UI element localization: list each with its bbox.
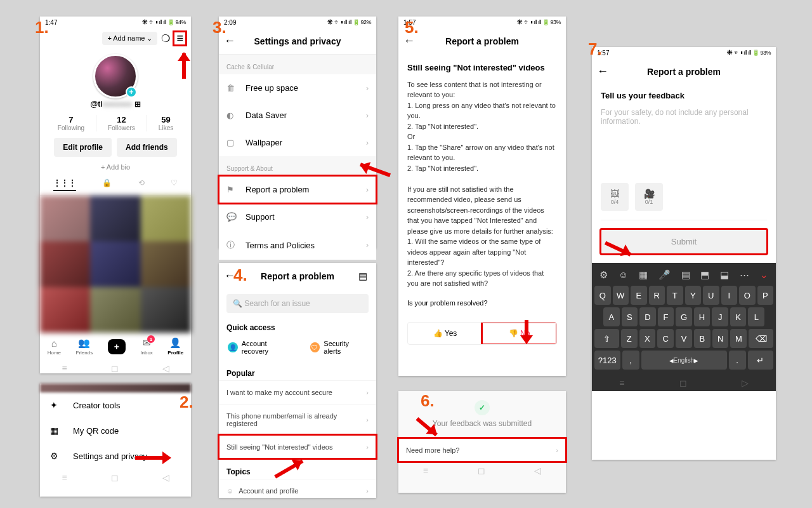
key-q[interactable]: Q [594, 286, 611, 305]
key-k[interactable]: K [730, 307, 747, 326]
step-6-label: 6. [421, 391, 435, 411]
resolved-yes-button[interactable]: 👍 Yes [408, 323, 482, 344]
row-data-saver[interactable]: ◐Data Saver› [219, 102, 376, 129]
nav-home-icon[interactable]: ◻ [111, 363, 119, 373]
tab-friends[interactable]: 👥Friends [76, 337, 93, 356]
topic-account[interactable]: ☺Account and profile› [219, 479, 376, 502]
history-icon[interactable]: ▤ [358, 271, 371, 282]
key-l[interactable]: L [748, 307, 764, 326]
kbd-toolbar: ⚙☺▦🎤▤⬒⬓⋯⌄ [594, 267, 773, 286]
key-comma[interactable]: , [622, 351, 639, 370]
video-grid[interactable] [40, 196, 191, 333]
row-free-up-space[interactable]: 🗑Free up space› [219, 74, 376, 102]
key-i[interactable]: I [721, 286, 738, 305]
tab-reposts-icon[interactable]: ⟲ [138, 178, 145, 191]
key-b[interactable]: B [694, 329, 710, 348]
row-terms[interactable]: ⓘTerms and Policies› [219, 231, 376, 260]
kbd-tool-icon[interactable]: ⋯ [740, 269, 749, 281]
key-j[interactable]: J [712, 307, 728, 326]
tab-posts-icon[interactable]: ⋮⋮⋮ [53, 178, 76, 191]
kbd-close-icon[interactable]: ⌄ [760, 269, 768, 281]
feedback-textarea[interactable]: For your safety, do not include any pers… [592, 103, 776, 183]
row-wallpaper[interactable]: ▢Wallpaper› [219, 129, 376, 156]
add-friends-button[interactable]: Add friends [117, 138, 177, 157]
kbd-tool-icon[interactable]: ▤ [681, 269, 690, 281]
key-c[interactable]: C [657, 329, 674, 348]
avatar[interactable]: + [93, 54, 138, 98]
kbd-tool-icon[interactable]: 🎤 [658, 269, 671, 281]
key-y[interactable]: Y [685, 286, 702, 305]
attach-image-button[interactable]: 🖼0/4 [601, 183, 629, 211]
tab-inbox[interactable]: ✉Inbox1 [140, 337, 153, 356]
key-s[interactable]: S [622, 307, 638, 326]
key-t[interactable]: T [667, 286, 683, 305]
recovery-icon: 👤 [228, 342, 238, 352]
key-enter[interactable]: ↵ [748, 351, 774, 370]
add-bio-button[interactable]: + Add bio [40, 159, 191, 175]
tab-liked-icon[interactable]: ♡ [171, 178, 178, 191]
key-m[interactable]: M [730, 329, 747, 348]
key-⇧[interactable]: ⇧ [594, 329, 619, 348]
row-support[interactable]: 💬Support› [219, 203, 376, 231]
keyboard: ⚙☺▦🎤▤⬒⬓⋯⌄ QWERTYUIOP ASDFGHJKL ⇧ZXCVBNM⌫… [592, 263, 776, 375]
android-nav: ≡◻◁ [592, 375, 776, 391]
need-more-help-row[interactable]: Need more help?› [398, 438, 566, 462]
tab-create[interactable]: + [108, 342, 126, 352]
add-name-pill[interactable]: + Add name ⌄ [102, 32, 157, 45]
info-icon: ⓘ [226, 239, 238, 251]
key-d[interactable]: D [639, 307, 656, 326]
label-popular: Popular [219, 363, 376, 380]
search-input[interactable]: 🔍 Search for an issue [226, 294, 369, 313]
key-r[interactable]: R [649, 286, 665, 305]
edit-profile-button[interactable]: Edit profile [54, 138, 112, 157]
key-o[interactable]: O [739, 286, 756, 305]
hamburger-menu-icon[interactable]: ≡ [174, 32, 186, 45]
menu-creator-tools[interactable]: ✦Creator tools [40, 392, 191, 418]
qa-security-alerts[interactable]: 🛡Security alerts [310, 340, 367, 355]
key-f[interactable]: F [658, 307, 674, 326]
key-n[interactable]: N [712, 329, 729, 348]
popular-row-1[interactable]: I want to make my account secure› [219, 380, 376, 404]
key-period[interactable]: . [729, 351, 746, 370]
menu-qr-code[interactable]: ▦My QR code [40, 418, 191, 443]
key-space[interactable]: ◂ English ▸ [641, 351, 727, 370]
tab-home[interactable]: ⌂Home [48, 338, 61, 356]
image-icon: 🖼 [610, 189, 619, 199]
back-icon[interactable]: ← [597, 65, 610, 78]
key-x[interactable]: X [639, 329, 656, 348]
kbd-tool-icon[interactable]: ▦ [639, 269, 648, 281]
tab-profile[interactable]: 👤Profile [167, 337, 183, 356]
key-w[interactable]: W [613, 286, 629, 305]
stat-followers[interactable]: 12Followers [96, 115, 147, 131]
status-icons: ❋ ᯤ ▮ıll ıll 🔋93% [517, 19, 561, 25]
key-u[interactable]: U [703, 286, 719, 305]
qa-account-recovery[interactable]: 👤Account recovery [228, 340, 295, 355]
popular-row-2[interactable]: This phone number/email is already regis… [219, 404, 376, 435]
stat-likes[interactable]: 59Likes [159, 115, 173, 131]
key-e[interactable]: E [631, 286, 647, 305]
step-7-label: 7. [588, 39, 602, 59]
kbd-tool-icon[interactable]: ☺ [619, 269, 628, 281]
add-story-icon[interactable]: + [126, 86, 137, 98]
step-1-label: 1. [35, 18, 49, 37]
nav-back-icon[interactable]: ◁ [162, 363, 169, 373]
key-v[interactable]: V [676, 329, 692, 348]
key-g[interactable]: G [676, 307, 692, 326]
tab-private-icon[interactable]: 🔒 [102, 178, 112, 191]
gear-icon: ⚙ [50, 451, 64, 461]
kbd-tool-icon[interactable]: ⬓ [720, 269, 729, 281]
key-h[interactable]: H [694, 307, 710, 326]
nav-recent-icon[interactable]: ≡ [62, 363, 67, 373]
key-z[interactable]: Z [621, 329, 638, 348]
footprint-icon[interactable]: ❍ [161, 32, 170, 44]
key-p[interactable]: P [757, 286, 774, 305]
key-⌫[interactable]: ⌫ [749, 329, 773, 348]
kbd-tool-icon[interactable]: ⬒ [700, 269, 709, 281]
attach-video-button[interactable]: 🎥0/1 [635, 183, 663, 211]
stat-following[interactable]: 7Following [58, 115, 84, 131]
kbd-tool-icon[interactable]: ⚙ [599, 269, 608, 281]
resolved-no-button[interactable]: 👎 No [482, 323, 556, 344]
row-report-problem[interactable]: ⚑Report a problem› [219, 176, 376, 203]
key-symbols[interactable]: ?123 [594, 351, 620, 370]
key-a[interactable]: A [603, 307, 620, 326]
